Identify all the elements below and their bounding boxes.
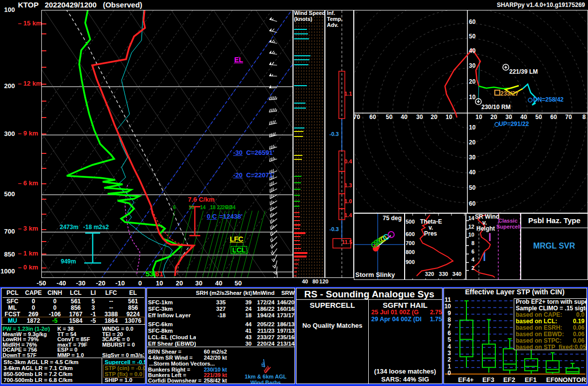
lapse-rate-1: Sfc-3km AGL LR = 4.5 C/km (3, 360, 79, 366)
windspeed-axis-120: 120 (319, 279, 328, 284)
hodo-r-70: 70 (565, 114, 572, 120)
sars-loose-matches: (134 loose matches) (374, 368, 436, 375)
parcel-stats-box: PCLCAPECINHLCLLILFCELSFC005615--561ML008… (1, 288, 146, 384)
storm-slinky-inset[interactable] (354, 213, 405, 280)
stp-cat-ef1: EF1 (525, 377, 537, 383)
srwind-y-10: 10 (468, 232, 474, 238)
lfc-label: LFC (230, 236, 243, 243)
windspeed-title-1: Wind Speed (294, 10, 325, 16)
tempadv-title-1: Inf. (327, 10, 335, 16)
hodo-vb-40: 40 (469, 169, 475, 175)
srwind-title-1: SR Wind (475, 214, 499, 220)
pressure-200: 200 (4, 83, 15, 89)
hodo-vb-60: 60 (469, 201, 475, 207)
parcel-row-ml[interactable]: ML008563--856 (2, 304, 144, 311)
hodograph[interactable] (354, 10, 588, 213)
thetae-x-330: 330 (439, 271, 448, 277)
srwind-classic-2: Supercell (496, 224, 521, 230)
stp-y-8: 8 (447, 317, 451, 323)
hodo-vb-20: 20 (469, 139, 475, 145)
stp-cat-ef0: EF0 (546, 377, 558, 383)
lapse-rate-3: 850-500mb LR = 7.2 C/km (3, 372, 72, 378)
sars-sig-percent: SARS: 44% SIG (381, 376, 429, 383)
mix-34: 34 (230, 205, 235, 210)
corfidi-downshear-marker (528, 98, 532, 102)
hodo-r-60: 60 (550, 114, 557, 120)
effective-srh: -18 m2s2 (83, 224, 109, 230)
lcl-label: LCL (231, 246, 247, 254)
temp-tick--40: -40 (57, 280, 66, 286)
shear-row-4: SFC-6km44205/22186/13 (148, 321, 294, 327)
pressure-100: 100 (4, 6, 15, 13)
hodo-v-30: 30 (469, 63, 475, 69)
thetae-y-600: 600 (406, 232, 415, 237)
thetae-y-800: 800 (406, 250, 415, 255)
stp-y-6: 6 (447, 330, 451, 336)
stats-row-6: DownT = 57FMMP = 1.0SigSvr = 0 m3/s3 (2, 352, 144, 358)
sars-col-hail: SGFNT HAIL (383, 301, 428, 309)
height-6km: – 6 km (18, 180, 38, 186)
adv-value-6: 1.4 (344, 213, 352, 218)
upshear-label: UP=291/22 (499, 121, 529, 127)
thetae-y-900: 900 (406, 259, 415, 265)
app-version: SHARPpy v1.4.0+10.g19175269 (497, 2, 585, 8)
stp-y-9: 9 (447, 310, 451, 316)
temp-advection-inset[interactable] (325, 10, 354, 278)
pressure-850: 850 (4, 251, 15, 257)
windspeed-title-2: (knots) (294, 16, 312, 22)
hodo-v-20: 20 (469, 79, 475, 85)
srwind-y-4: 4 (471, 257, 474, 262)
temp-tick--20: -20 (96, 280, 106, 286)
hodo-r-10: 10 (475, 114, 482, 120)
hazard-title: Psbl Haz. Type (521, 214, 588, 228)
stp-box: Prob EF2+ torn with supercellSample CLIM… (443, 288, 587, 384)
right-mover-label: 230/10 RM (481, 104, 511, 110)
minus30-height: C=26591' (246, 149, 274, 156)
hodo-v-10: 10 (469, 94, 475, 100)
stp-cat-ef3: EF3 (482, 377, 494, 383)
stp-y-10: 10 (444, 303, 451, 309)
height-9km: – 9 km (18, 130, 38, 136)
srwind-y-14: 14 (468, 216, 474, 221)
mean-wind-marker (495, 90, 500, 95)
shear-kinematics-box: SRH (m2/s2)Shear (kt)MnWindSRWSFC-1km335… (147, 288, 295, 384)
sars-hail-match-1[interactable]: 25 Jul 01 00Z (G2.75 (371, 309, 442, 316)
hodo-connector (478, 60, 479, 102)
adv-value-5: 1.0 (344, 199, 352, 204)
hodo-l-70: 70 (353, 114, 360, 120)
wind-barb-column (269, 17, 278, 278)
hodo-l-30: 30 (416, 114, 423, 120)
effective-inflow-bracket (84, 233, 101, 263)
downshear-label: DN=258/42 (533, 97, 564, 103)
stp-cat-ef2: EF2 (503, 377, 515, 383)
mix-10: 10 (188, 205, 194, 210)
critical-angle: 75 deg (383, 215, 402, 221)
mix-14: 14 (200, 205, 205, 210)
temp-tick-50: 50 (235, 280, 242, 286)
hodo-l-60: 60 (369, 114, 376, 120)
sars-no-match: No Quality Matches (302, 322, 363, 329)
stp-y-0: 0 (447, 370, 451, 376)
height-15km: – 15 km (18, 20, 42, 26)
hodo-l-40: 40 (401, 114, 407, 120)
pressure-300: 300 (4, 130, 15, 137)
temp-tick-10: 10 (156, 280, 163, 286)
parcel-row-mu[interactable]: MU1872-51584-5186413076 (2, 317, 144, 324)
parcel-row-sfc[interactable]: SFC005615--561 (2, 298, 144, 305)
hodo-l-20: 20 (431, 114, 437, 120)
shear-row-2: SFC-3km32724186/22160/16 (148, 306, 294, 312)
legend-row-6: based on STP_fixed:0.05 (514, 344, 586, 350)
srwind-y-12: 12 (468, 224, 474, 230)
skewt-plot[interactable] (41, 10, 293, 278)
shear-table-header: SRH (m2/s2)Shear (kt)MnWindSRW (148, 290, 294, 298)
adv-value-8: 11.5 (342, 240, 352, 245)
temp-tick--50: -50 (37, 280, 46, 286)
wind-speed-inset[interactable] (293, 10, 325, 278)
height-1km: – 1 km (18, 250, 38, 257)
srwind-y-8: 8 (471, 241, 474, 246)
temp-tick--10: -10 (116, 280, 125, 286)
pressure-500: 500 (4, 191, 15, 197)
sars-hail-match-2[interactable]: 29 Apr 04 00Z (DI1.75 (371, 316, 442, 323)
stp-y-7: 7 (447, 323, 451, 329)
parcel-row-fcst[interactable]: FCST269-1061767-133889224 (2, 311, 144, 318)
